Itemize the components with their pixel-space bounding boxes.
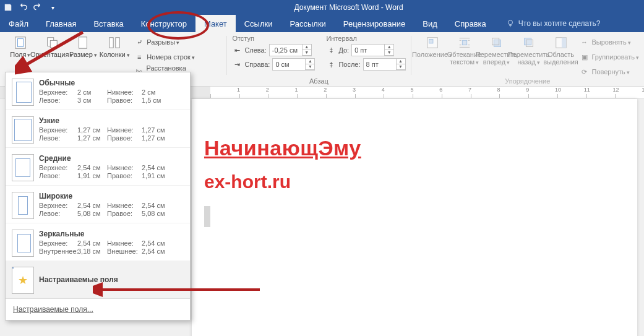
margins-preset-icon bbox=[12, 116, 34, 144]
align-button[interactable]: ↔Выровнять bbox=[580, 36, 640, 48]
send-backward-button[interactable]: Переместить назад bbox=[513, 35, 545, 78]
margins-preset-icon bbox=[12, 192, 34, 219]
orientation-label: Ориентация bbox=[30, 51, 73, 58]
indent-right-label: Справа: bbox=[244, 61, 270, 68]
page[interactable]: НачинающЭму ex-hort.ru bbox=[192, 99, 637, 336]
bulb-icon bbox=[506, 19, 515, 28]
margins-dropdown: Обычные Верхнее:2 смНижнее:2 см Левое:3 … bbox=[5, 72, 191, 321]
custom-recent-label: Настраиваемые поля bbox=[39, 275, 118, 284]
svg-rect-13 bbox=[524, 38, 531, 45]
group-label-arrange: Упорядочение bbox=[411, 77, 645, 85]
group-paragraph: Отступ ⇤ Слева: -0,25 см▲▼ ⇥ Справа: 0 с… bbox=[227, 32, 410, 86]
spacing-after-input[interactable]: 8 пт▲▼ bbox=[363, 58, 406, 71]
tab-references[interactable]: Ссылки bbox=[236, 15, 281, 32]
indent-right-input[interactable]: 0 см▲▼ bbox=[272, 58, 315, 71]
tab-review[interactable]: Рецензирование bbox=[335, 15, 414, 32]
indent-left-icon: ⇤ bbox=[232, 45, 242, 55]
custom-margins-label: Настраиваемые поля... bbox=[13, 305, 93, 314]
spacing-before-label: До: bbox=[338, 46, 349, 54]
svg-rect-7 bbox=[116, 38, 119, 48]
orientation-icon bbox=[45, 36, 59, 50]
svg-rect-5 bbox=[79, 37, 87, 48]
tab-view[interactable]: Вид bbox=[414, 15, 446, 32]
breaks-icon: ⤶ bbox=[134, 37, 144, 47]
bring-forward-icon bbox=[490, 36, 504, 50]
svg-rect-10 bbox=[462, 40, 466, 45]
group-objects-button[interactable]: ▣Группировать bbox=[580, 51, 640, 63]
size-label: Размер bbox=[69, 51, 97, 58]
position-button[interactable]: Положение bbox=[416, 35, 449, 78]
margins-custom-icon bbox=[12, 267, 34, 294]
group-arrange: Положение Обтекание текстом Переместить … bbox=[411, 32, 645, 86]
indent-heading: Отступ bbox=[232, 35, 315, 42]
margins-option-custom-recent[interactable]: Настраиваемые поля bbox=[6, 261, 190, 298]
tab-design[interactable]: Конструктор bbox=[132, 15, 195, 32]
svg-rect-6 bbox=[109, 38, 113, 48]
doc-heading-1[interactable]: НачинающЭму bbox=[204, 136, 625, 160]
spacing-heading: Интервал bbox=[326, 35, 405, 42]
tab-mailings[interactable]: Рассылки bbox=[281, 15, 334, 32]
margins-icon bbox=[14, 36, 27, 50]
wrap-icon bbox=[458, 36, 471, 50]
save-icon[interactable] bbox=[4, 3, 12, 12]
group-icon: ▣ bbox=[580, 52, 590, 62]
spacing-before-icon: ‡ bbox=[326, 45, 336, 55]
rotate-button[interactable]: ⟳Повернуть bbox=[580, 66, 640, 78]
margins-preset-icon bbox=[12, 79, 34, 106]
quick-access-toolbar: ▾ bbox=[4, 3, 57, 12]
tell-me[interactable]: Что вы хотите сделать? bbox=[506, 15, 601, 32]
margins-preset-icon bbox=[12, 154, 34, 181]
tell-me-label: Что вы хотите сделать? bbox=[518, 19, 601, 28]
tab-home[interactable]: Главная bbox=[37, 15, 85, 32]
tab-help[interactable]: Справка bbox=[446, 15, 495, 32]
text-cursor bbox=[204, 206, 210, 227]
selection-pane-button[interactable]: Область выделения bbox=[545, 35, 577, 78]
spin-down-icon[interactable]: ▼ bbox=[303, 50, 311, 56]
spacing-after-label: После: bbox=[338, 61, 360, 68]
qat-customize-icon[interactable]: ▾ bbox=[48, 3, 57, 12]
undo-icon[interactable] bbox=[19, 3, 27, 12]
group-label-paragraph: Абзац bbox=[227, 77, 410, 85]
indent-left-label: Слева: bbox=[244, 46, 266, 54]
redo-icon[interactable] bbox=[33, 3, 42, 12]
spacing-after-icon: ‡ bbox=[326, 59, 336, 69]
line-numbers-icon: ≡ bbox=[134, 52, 144, 62]
columns-label: Колонки bbox=[100, 51, 130, 58]
svg-rect-4 bbox=[50, 40, 57, 48]
margins-option-moderate[interactable]: Средние Верхнее:2,54 смНижнее:2,54 см Ле… bbox=[6, 148, 190, 186]
custom-margins-link[interactable]: Настраиваемые поля... bbox=[6, 298, 190, 320]
columns-icon bbox=[108, 36, 121, 50]
svg-point-0 bbox=[508, 20, 512, 25]
indent-right-icon: ⇥ bbox=[232, 59, 242, 69]
margins-preset-icon bbox=[12, 230, 34, 257]
align-icon: ↔ bbox=[580, 37, 590, 47]
send-backward-icon bbox=[522, 36, 536, 50]
doc-heading-2[interactable]: ex-hort.ru bbox=[204, 171, 625, 192]
margins-option-mirror[interactable]: Зеркальные Верхнее:2,54 смНижнее:2,54 см… bbox=[6, 223, 190, 261]
tab-insert[interactable]: Вставка bbox=[85, 15, 132, 32]
spacing-before-input[interactable]: 0 пт▲▼ bbox=[351, 44, 394, 56]
selection-pane-icon bbox=[554, 36, 568, 50]
title-bar: ▾ Документ Microsoft Word - Word bbox=[0, 0, 644, 15]
margins-option-wide[interactable]: Широкие Верхнее:2,54 смНижнее:2,54 см Ле… bbox=[6, 186, 190, 223]
svg-rect-11 bbox=[494, 40, 500, 46]
margins-label: Поля bbox=[10, 51, 30, 58]
breaks-button[interactable]: ⤶Разрывы bbox=[134, 36, 221, 48]
tab-layout[interactable]: Макет bbox=[195, 15, 236, 32]
size-icon bbox=[76, 36, 90, 50]
rotate-icon: ⟳ bbox=[580, 67, 590, 77]
position-icon bbox=[426, 36, 439, 50]
svg-rect-16 bbox=[561, 38, 565, 48]
svg-rect-9 bbox=[429, 40, 432, 43]
ribbon-tabs: Файл Главная Вставка Конструктор Макет С… bbox=[0, 15, 644, 32]
tab-file[interactable]: Файл bbox=[0, 15, 37, 32]
line-numbers-button[interactable]: ≡Номера строк bbox=[134, 51, 221, 63]
margins-option-narrow[interactable]: Узкие Верхнее:1,27 смНижнее:1,27 см Лево… bbox=[6, 110, 190, 148]
margins-option-normal[interactable]: Обычные Верхнее:2 смНижнее:2 см Левое:3 … bbox=[6, 72, 190, 110]
indent-left-input[interactable]: -0,25 см▲▼ bbox=[269, 44, 312, 56]
spin-up-icon[interactable]: ▲ bbox=[303, 45, 311, 50]
window-title: Документ Microsoft Word - Word bbox=[294, 3, 403, 12]
